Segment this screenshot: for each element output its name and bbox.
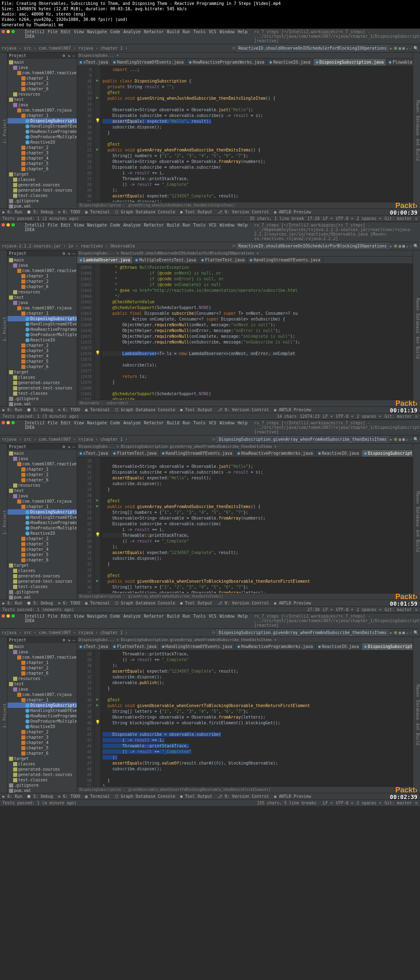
window-controls[interactable]: [2, 30, 15, 33]
tree-item[interactable]: HandlingStreamOfEvents: [7, 515, 77, 520]
menu-build[interactable]: Build: [167, 30, 179, 43]
editor-gutter[interactable]: ▶▶💡▶: [94, 66, 101, 202]
tree-item[interactable]: chapter_5: [7, 359, 77, 364]
tree-item[interactable]: chapter_4: [7, 547, 77, 552]
tree-item[interactable]: chapter_3: [7, 348, 77, 353]
tree-item[interactable]: chapter_2: [7, 665, 77, 671]
menu-refactor[interactable]: Refactor: [144, 30, 164, 43]
editor-tab[interactable]: Flowable.java: [386, 59, 413, 66]
tree-item[interactable]: ReactiveIO: [7, 531, 77, 536]
tree-item[interactable]: pom.xml: [7, 401, 77, 406]
tree-item[interactable]: HandlingStreamOfEvents: [7, 321, 77, 327]
tree-item[interactable]: ReactiveIO: [7, 724, 77, 729]
tree-item[interactable]: main: [7, 451, 77, 456]
tree-item[interactable]: target: [7, 369, 77, 375]
tree-item[interactable]: OneProducerMultipleCon: [7, 525, 77, 531]
tree-item[interactable]: chapter_1: [7, 311, 77, 316]
tool-tab[interactable]: ● Tool Output: [180, 210, 212, 214]
tool-tab[interactable]: ◉ ANTLR Preview: [274, 408, 311, 412]
tree-item[interactable]: ReactiveIO: [7, 337, 77, 343]
menu-navigate[interactable]: Navigate: [87, 30, 107, 43]
editor-tab[interactable]: FlattenTest.java: [199, 256, 247, 263]
tool-tab[interactable]: ⬡ Graph Database Console: [115, 408, 175, 412]
editor-gutter[interactable]: 💡: [94, 264, 101, 400]
menu-analyze[interactable]: Analyze: [123, 30, 141, 43]
editor-tab[interactable]: HowReactiveProgramsWorks.java: [235, 643, 316, 650]
editor-tabs[interactable]: LambdaObserver.javaMultipleEventsTest.ja…: [77, 256, 413, 264]
tree-item[interactable]: chapter_6: [7, 477, 77, 483]
right-tool-strip[interactable]: MavenDatabaseAnt Build: [413, 53, 420, 208]
editor-tab[interactable]: HandlingStreamOfEvents.java: [160, 643, 235, 650]
tree-item[interactable]: HowReactiveProgramsWo: [7, 327, 77, 332]
editor-tab[interactable]: HowReactiveProgramsWorks.java: [187, 59, 267, 66]
tool-tab[interactable]: ⬡ Graph Database Console: [115, 794, 175, 799]
stop-icon[interactable]: ■: [402, 46, 405, 50]
tree-item[interactable]: com.tomekl007.reactive.com.ba: [7, 268, 77, 273]
tree-item[interactable]: .gitignore: [7, 198, 77, 204]
tool-tab[interactable]: ⎇ 9: Version Control: [217, 794, 269, 799]
tree-item[interactable]: chapter_6: [7, 557, 77, 563]
tree-item[interactable]: chapter_6: [7, 86, 77, 92]
tool-tab[interactable]: ◉ ANTLR Preview: [274, 210, 311, 214]
tree-item[interactable]: OneProducerMultipleCon: [7, 719, 77, 724]
tool-tab[interactable]: ⬢ 5: Debug: [27, 794, 53, 799]
tree-item[interactable]: classes: [7, 177, 77, 182]
tool-tab[interactable]: ⎇ 9: Version Control: [217, 210, 269, 214]
tool-tab[interactable]: ▣ Terminal: [85, 601, 110, 605]
tree-item[interactable]: java: [7, 102, 77, 108]
tool-tab[interactable]: ≡ 6: TODO: [58, 601, 80, 605]
tree-item[interactable]: resources: [7, 676, 77, 681]
tree-item[interactable]: java: [7, 649, 77, 655]
tree-item[interactable]: pom.xml: [7, 788, 77, 793]
editor-tab[interactable]: FlattenTest.java: [111, 643, 159, 650]
tree-item[interactable]: test-classes: [7, 391, 77, 396]
tree-item[interactable]: chapter_1: [7, 697, 77, 703]
editor-tab[interactable]: MultipleEventsTest.java: [133, 256, 199, 263]
project-tree[interactable]: mainjavacom.tomekl007.reactive.com.bacha…: [7, 256, 77, 406]
tool-tab[interactable]: ▣ Terminal: [85, 794, 110, 799]
editor-tab[interactable]: HandlingStreamOfEvents.java: [247, 256, 323, 263]
tree-item[interactable]: pom.xml: [7, 204, 77, 208]
tool-tab[interactable]: ▶ 6: Run: [2, 794, 22, 799]
menu-run[interactable]: Run: [183, 30, 190, 43]
tree-item[interactable]: chapter_6: [7, 364, 77, 369]
tool-tab[interactable]: ≡ 6: TODO: [58, 210, 80, 214]
window-controls[interactable]: [2, 223, 15, 227]
tree-item[interactable]: resources: [7, 483, 77, 488]
tree-item[interactable]: generated-test-sources: [7, 385, 77, 391]
tool-tab[interactable]: ▣ Terminal: [85, 210, 110, 214]
tree-item[interactable]: .gitignore: [7, 783, 77, 788]
editor-tab[interactable]: xTest.java: [77, 450, 111, 457]
left-tool-strip[interactable]: 1: Project 7: Structure 2: Favorites: [0, 53, 7, 208]
editor-sub-breadcrumb[interactable]: DisposingSubs... ×: [77, 53, 413, 59]
tree-item[interactable]: .gitignore: [7, 396, 77, 401]
menu-tools[interactable]: Tools: [193, 30, 205, 43]
tree-item[interactable]: test-classes: [7, 193, 77, 198]
editor-tab[interactable]: FlattenTest.java: [111, 450, 159, 457]
tree-item[interactable]: test: [7, 681, 77, 687]
menu-file[interactable]: File: [48, 30, 57, 43]
tree-item[interactable]: HowReactiveProgramsWo: [7, 129, 77, 134]
tool-tab[interactable]: ⬢ 5: Debug: [27, 601, 53, 605]
database-tab[interactable]: Database: [415, 114, 420, 137]
tree-item[interactable]: main: [7, 257, 77, 263]
tree-item[interactable]: chapter_2: [7, 279, 77, 284]
tree-item[interactable]: generated-test-sources: [7, 772, 77, 777]
tree-item[interactable]: OneProducerMultipleCon: [7, 134, 77, 140]
vcs-commit-icon[interactable]: ✓: [410, 46, 412, 50]
tree-item[interactable]: main: [7, 644, 77, 649]
tree-item[interactable]: chapter_5: [7, 161, 77, 166]
tree-item[interactable]: classes: [7, 568, 77, 573]
menu-help[interactable]: Help: [238, 30, 248, 43]
menu-window[interactable]: Window: [219, 30, 234, 43]
tree-item[interactable]: com.tomekl007.rxjava: [7, 692, 77, 697]
tree-item[interactable]: DisposingSubscription: [7, 509, 77, 515]
tree-item[interactable]: classes: [7, 375, 77, 380]
tree-item[interactable]: java: [7, 456, 77, 461]
tree-item[interactable]: generated-test-sources: [7, 188, 77, 193]
tree-item[interactable]: com.tomekl007.rxjava: [7, 499, 77, 504]
editor-tab[interactable]: ReactiveIO.java: [316, 450, 362, 457]
tree-item[interactable]: chapter_5: [7, 745, 77, 751]
tree-item[interactable]: chapter_2: [7, 729, 77, 735]
tree-item[interactable]: chapter_2: [7, 81, 77, 86]
